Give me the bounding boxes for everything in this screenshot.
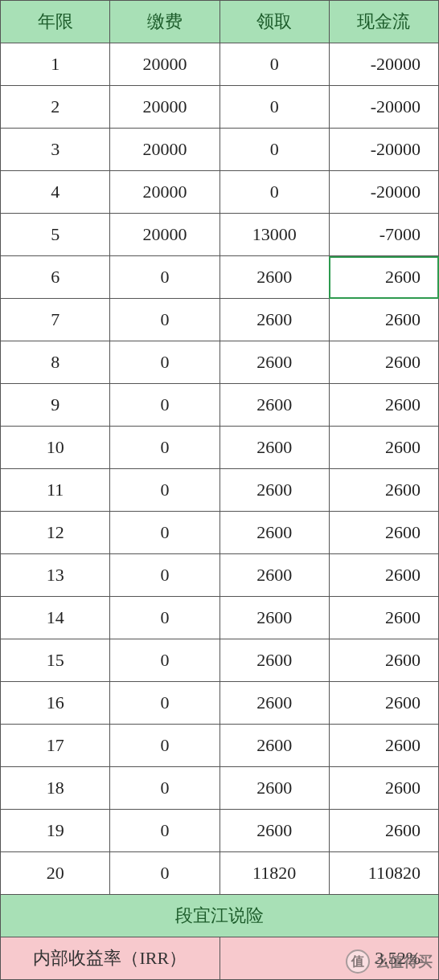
- cell-pay[interactable]: 0: [110, 682, 220, 725]
- cell-cash[interactable]: 2600: [329, 597, 438, 639]
- cell-get[interactable]: 0: [220, 43, 329, 86]
- cell-pay[interactable]: 0: [110, 597, 220, 639]
- cell-pay[interactable]: 0: [110, 767, 220, 810]
- cell-get[interactable]: 0: [220, 129, 329, 171]
- cell-cash[interactable]: -20000: [329, 129, 438, 171]
- cell-cash[interactable]: 2600: [329, 427, 438, 469]
- cell-pay[interactable]: 0: [110, 725, 220, 767]
- cell-get[interactable]: 0: [220, 86, 329, 129]
- cell-year[interactable]: 11: [1, 469, 110, 512]
- table-row: 7026002600: [1, 299, 439, 341]
- cell-get[interactable]: 2600: [220, 299, 329, 341]
- cell-get[interactable]: 2600: [220, 554, 329, 597]
- irr-value: 3.52%: [220, 937, 439, 980]
- cell-get[interactable]: 2600: [220, 810, 329, 852]
- irr-label: 内部收益率（IRR）: [1, 937, 220, 980]
- cell-year[interactable]: 6: [1, 256, 110, 299]
- cell-year[interactable]: 12: [1, 512, 110, 554]
- cell-year[interactable]: 2: [1, 86, 110, 129]
- cell-get[interactable]: 0: [220, 171, 329, 214]
- cell-get[interactable]: 2600: [220, 469, 329, 512]
- cell-pay[interactable]: 0: [110, 384, 220, 427]
- cell-pay[interactable]: 20000: [110, 43, 220, 86]
- cell-pay[interactable]: 20000: [110, 214, 220, 256]
- cell-year[interactable]: 15: [1, 639, 110, 682]
- table-row: 2200000-20000: [1, 86, 439, 129]
- cell-year[interactable]: 4: [1, 171, 110, 214]
- cell-get[interactable]: 2600: [220, 256, 329, 299]
- cell-year[interactable]: 10: [1, 427, 110, 469]
- col-cash-header: 现金流: [329, 1, 438, 43]
- cell-pay[interactable]: 0: [110, 299, 220, 341]
- cell-cash[interactable]: 110820: [329, 852, 438, 895]
- cell-cash[interactable]: -20000: [329, 171, 438, 214]
- cell-pay[interactable]: 0: [110, 639, 220, 682]
- cell-year[interactable]: 20: [1, 852, 110, 895]
- cell-cash[interactable]: 2600: [329, 341, 438, 384]
- cell-cash[interactable]: 2600: [329, 810, 438, 852]
- table-row: 19026002600: [1, 810, 439, 852]
- cell-get[interactable]: 2600: [220, 512, 329, 554]
- cell-get[interactable]: 2600: [220, 384, 329, 427]
- cell-cash[interactable]: 2600: [329, 384, 438, 427]
- table-row: 14026002600: [1, 597, 439, 639]
- cell-year[interactable]: 9: [1, 384, 110, 427]
- cell-get[interactable]: 2600: [220, 427, 329, 469]
- cell-cash[interactable]: 2600: [329, 554, 438, 597]
- cell-year[interactable]: 5: [1, 214, 110, 256]
- cell-year[interactable]: 3: [1, 129, 110, 171]
- table-row: 16026002600: [1, 682, 439, 725]
- table-row: 8026002600: [1, 341, 439, 384]
- cell-pay[interactable]: 0: [110, 341, 220, 384]
- cell-cash[interactable]: 2600: [329, 256, 438, 299]
- cell-cash[interactable]: 2600: [329, 639, 438, 682]
- cell-year[interactable]: 1: [1, 43, 110, 86]
- cell-pay[interactable]: 0: [110, 469, 220, 512]
- table-row: 3200000-20000: [1, 129, 439, 171]
- cell-pay[interactable]: 0: [110, 810, 220, 852]
- cell-year[interactable]: 17: [1, 725, 110, 767]
- cell-year[interactable]: 19: [1, 810, 110, 852]
- cell-get[interactable]: 2600: [220, 682, 329, 725]
- cell-year[interactable]: 13: [1, 554, 110, 597]
- author-row: 段宜江说险: [1, 895, 439, 937]
- cell-cash[interactable]: -20000: [329, 43, 438, 86]
- cell-cash[interactable]: 2600: [329, 725, 438, 767]
- cell-pay[interactable]: 0: [110, 427, 220, 469]
- table-row: 15026002600: [1, 639, 439, 682]
- cell-year[interactable]: 14: [1, 597, 110, 639]
- table-body: 1200000-200002200000-200003200000-200004…: [1, 43, 439, 895]
- table-row: 52000013000-7000: [1, 214, 439, 256]
- header-row: 年限 缴费 领取 现金流: [1, 1, 439, 43]
- cell-get[interactable]: 2600: [220, 639, 329, 682]
- cell-cash[interactable]: 2600: [329, 767, 438, 810]
- cell-year[interactable]: 8: [1, 341, 110, 384]
- table-row: 6026002600: [1, 256, 439, 299]
- cell-get[interactable]: 11820: [220, 852, 329, 895]
- cell-get[interactable]: 13000: [220, 214, 329, 256]
- cashflow-table: 年限 缴费 领取 现金流 1200000-200002200000-200003…: [0, 0, 439, 980]
- cell-cash[interactable]: -7000: [329, 214, 438, 256]
- cell-cash[interactable]: 2600: [329, 469, 438, 512]
- cell-cash[interactable]: 2600: [329, 512, 438, 554]
- table-row: 1200000-20000: [1, 43, 439, 86]
- cell-pay[interactable]: 0: [110, 852, 220, 895]
- cell-year[interactable]: 7: [1, 299, 110, 341]
- cell-cash[interactable]: 2600: [329, 299, 438, 341]
- cell-pay[interactable]: 0: [110, 554, 220, 597]
- cell-get[interactable]: 2600: [220, 597, 329, 639]
- cell-pay[interactable]: 0: [110, 512, 220, 554]
- table-row: 17026002600: [1, 725, 439, 767]
- cell-year[interactable]: 18: [1, 767, 110, 810]
- cell-get[interactable]: 2600: [220, 341, 329, 384]
- cell-cash[interactable]: -20000: [329, 86, 438, 129]
- cell-year[interactable]: 16: [1, 682, 110, 725]
- cell-pay[interactable]: 20000: [110, 171, 220, 214]
- cell-pay[interactable]: 20000: [110, 86, 220, 129]
- cell-get[interactable]: 2600: [220, 725, 329, 767]
- irr-row: 内部收益率（IRR） 3.52%: [1, 937, 439, 980]
- cell-pay[interactable]: 0: [110, 256, 220, 299]
- cell-pay[interactable]: 20000: [110, 129, 220, 171]
- cell-cash[interactable]: 2600: [329, 682, 438, 725]
- cell-get[interactable]: 2600: [220, 767, 329, 810]
